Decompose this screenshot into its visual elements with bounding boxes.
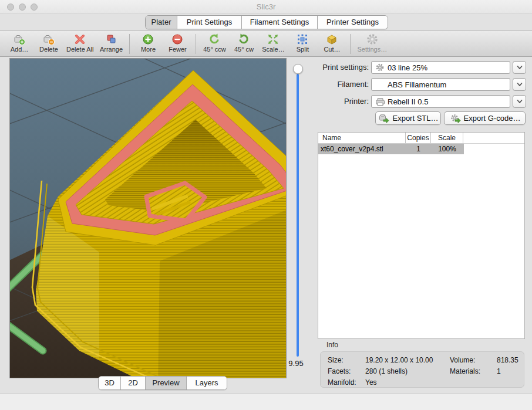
window-title: Slic3r [0, 2, 532, 11]
view-mode-tabs: 3D 2D Preview Layers [98, 376, 227, 390]
scale-button[interactable]: Scale… [258, 33, 288, 53]
toolbar-label: Settings… [357, 46, 387, 53]
export-stl-label: Export STL… [392, 114, 438, 123]
toolbar-label: More [141, 46, 156, 53]
column-header-copies[interactable]: Copies [406, 133, 431, 143]
object-list-table[interactable]: Name Copies Scale xt60_cover_v2p4.stl 1 … [318, 132, 525, 339]
cell-name: xt60_cover_v2p4.stl [318, 144, 406, 154]
toolbar-label: Fewer [169, 46, 187, 53]
minus-circle-icon [171, 33, 184, 46]
export-gcode-label: Export G-code… [464, 114, 521, 123]
3d-viewport[interactable] [9, 58, 287, 378]
sliced-model-preview [10, 59, 286, 378]
chevron-down-icon [516, 64, 523, 71]
print-settings-label: Print settings: [264, 61, 369, 74]
toolbar-label: Delete All [66, 46, 93, 53]
printer-combo[interactable]: Rebell II 0.5 [371, 95, 510, 108]
manifold-value: Yes [365, 378, 377, 387]
delete-object-icon [42, 33, 55, 46]
toolbar: Add… Delete Delete All Arrange More Fewe… [0, 31, 532, 57]
view-tab-3d[interactable]: 3D [99, 377, 121, 389]
settings-button[interactable]: Settings… [354, 33, 390, 53]
delete-button[interactable]: Delete [34, 33, 63, 53]
delete-all-button[interactable]: Delete All [63, 33, 96, 53]
export-stl-button[interactable]: Export STL… [375, 111, 441, 125]
print-settings-combo[interactable]: 03 line 25% [371, 61, 510, 74]
print-settings-dropdown-button[interactable] [513, 61, 526, 74]
layer-slider-track[interactable] [297, 74, 299, 357]
cut-button[interactable]: Cut… [317, 33, 346, 53]
scale-arrows-icon [267, 33, 280, 46]
view-tab-layers[interactable]: Layers [187, 377, 227, 389]
materials-label: Materials: [450, 367, 480, 375]
rotate-ccw-icon [208, 33, 221, 46]
facets-value: 280 (1 shells) [365, 367, 408, 375]
export-gcode-icon [450, 114, 461, 123]
volume-value: 818.35 [497, 356, 518, 364]
filament-dropdown-button[interactable] [513, 78, 526, 91]
materials-value: 1 [497, 367, 501, 375]
add-button[interactable]: Add… [5, 33, 34, 53]
delete-all-icon [73, 33, 86, 46]
volume-label: Volume: [450, 356, 475, 364]
table-header: Name Copies Scale [318, 133, 524, 144]
toolbar-label: Cut… [324, 46, 340, 53]
size-value: 19.20 x 12.00 x 10.00 [365, 356, 433, 364]
tab-filament-settings[interactable]: Filament Settings [242, 16, 318, 29]
filament-label: Filament: [264, 78, 369, 91]
rotate-cw-icon [237, 33, 250, 46]
export-gcode-button[interactable]: Export G-code… [444, 111, 526, 125]
rotate-45-cw-button[interactable]: 45° cw [229, 33, 258, 53]
manifold-label: Manifold: [328, 378, 356, 387]
printer-icon [375, 97, 385, 106]
export-stl-icon [379, 114, 389, 123]
toolbar-label: Delete [39, 46, 58, 53]
table-row[interactable]: xt60_cover_v2p4.stl 1 100% [318, 144, 464, 154]
printer-value: Rebell II 0.5 [388, 97, 428, 106]
column-header-name[interactable]: Name [318, 133, 406, 143]
plus-circle-icon [142, 33, 154, 46]
layer-slider-value: 9.95 [284, 359, 308, 368]
toolbar-label: Split [297, 46, 309, 53]
rotate-45-ccw-button[interactable]: 45° ccw [200, 33, 229, 53]
filament-combo[interactable]: ABS Fillamentum [371, 78, 510, 91]
arrange-cubes-icon [105, 33, 117, 46]
arrange-button[interactable]: Arrange [96, 33, 126, 53]
toolbar-label: Add… [11, 46, 29, 53]
cell-copies: 1 [406, 144, 431, 154]
toolbar-label: Scale… [262, 46, 285, 53]
info-panel: Size: 19.20 x 12.00 x 10.00 Volume: 818.… [320, 351, 524, 388]
filament-value: ABS Fillamentum [388, 80, 446, 89]
add-object-icon [13, 33, 26, 46]
main-tab-bar: Plater Print Settings Filament Settings … [145, 15, 388, 29]
gear-icon [375, 63, 385, 72]
fewer-copies-button[interactable]: Fewer [163, 33, 192, 53]
split-button[interactable]: Split [288, 33, 317, 53]
tab-printer-settings[interactable]: Printer Settings [318, 16, 388, 29]
title-bar: Slic3r [0, 0, 532, 14]
toolbar-label: 45° cw [234, 46, 254, 53]
cut-box-icon [325, 33, 338, 46]
toolbar-separator [196, 34, 196, 54]
cell-scale: 100% [431, 144, 463, 154]
info-section-title: Info [326, 341, 338, 349]
column-header-scale[interactable]: Scale [431, 133, 463, 143]
print-settings-value: 03 line 25% [388, 63, 427, 72]
chevron-down-icon [516, 81, 523, 88]
printer-dropdown-button[interactable] [513, 95, 526, 108]
view-tab-preview[interactable]: Preview [146, 377, 187, 389]
toolbar-separator [129, 34, 130, 54]
tab-print-settings[interactable]: Print Settings [177, 16, 242, 29]
split-dots-icon [296, 33, 309, 46]
printer-label: Printer: [264, 95, 369, 108]
column-header-filler [463, 133, 524, 143]
facets-label: Facets: [328, 367, 351, 375]
tab-plater[interactable]: Plater [146, 16, 177, 29]
size-label: Size: [328, 356, 344, 364]
more-copies-button[interactable]: More [133, 33, 163, 53]
chevron-down-icon [516, 98, 523, 105]
toolbar-separator [350, 34, 351, 54]
toolbar-label: Arrange [100, 46, 123, 53]
view-tab-2d[interactable]: 2D [121, 377, 146, 389]
toolbar-label: 45° ccw [203, 46, 226, 53]
